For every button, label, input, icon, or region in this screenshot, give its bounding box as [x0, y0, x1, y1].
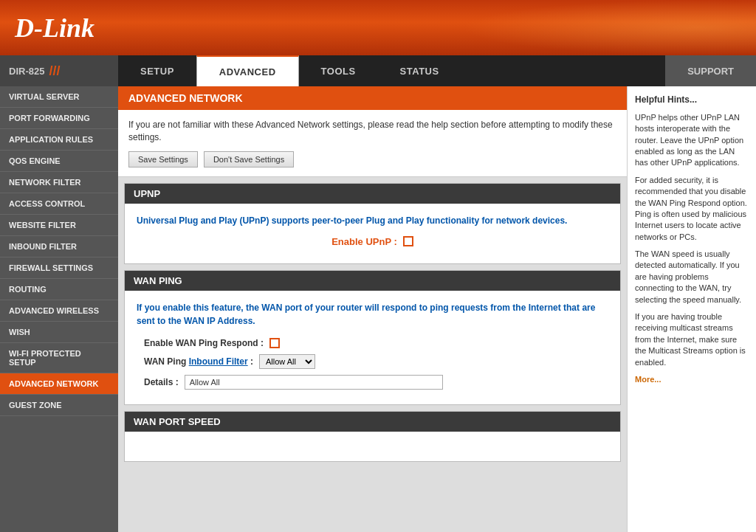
tab-status[interactable]: STATUS — [378, 55, 461, 86]
details-label: Details : — [144, 377, 179, 387]
sidebar-item-application-rules[interactable]: APPLICATION RULES — [0, 129, 118, 151]
upnp-description: Universal Plug and Play (UPnP) supports … — [137, 214, 608, 227]
wan-ping-inbound-label: WAN Ping Inbound Filter : — [144, 356, 253, 367]
tab-setup[interactable]: SETUP — [118, 55, 196, 86]
hints-p3: The WAN speed is usually detected automa… — [635, 249, 749, 305]
upnp-enable-row: Enable UPnP : — [137, 236, 608, 247]
sidebar-item-guest-zone[interactable]: GUEST ZONE — [0, 395, 118, 416]
tab-advanced[interactable]: ADVANCED — [196, 55, 299, 86]
sidebar-item-network-filter[interactable]: NETWORK FILTER — [0, 172, 118, 193]
nav-tabs: SETUP ADVANCED TOOLS STATUS — [118, 55, 665, 86]
model-label: DIR-825 /// — [0, 55, 118, 86]
hints-more-link[interactable]: More... — [635, 375, 661, 384]
wan-ping-card: WAN PING If you enable this feature, the… — [124, 270, 621, 405]
header: D-Link — [0, 0, 756, 55]
hints-p1: UPnP helps other UPnP LAN hosts interope… — [635, 112, 749, 169]
hints-p2: For added security, it is recommended th… — [635, 175, 749, 243]
sidebar-item-routing[interactable]: ROUTING — [0, 279, 118, 300]
info-box: If you are not familiar with these Advan… — [118, 110, 627, 177]
model-text: DIR-825 — [9, 66, 44, 77]
wan-ping-body: If you enable this feature, the WAN port… — [125, 291, 620, 404]
sidebar-item-advanced-network[interactable]: ADVANCED NETWORK — [0, 373, 118, 395]
inbound-filter-select[interactable]: Allow All Allow AM — [259, 354, 315, 369]
sidebar-item-wifi-protected-setup[interactable]: WI-FI PROTECTED SETUP — [0, 343, 118, 373]
sidebar-item-firewall-settings[interactable]: FIREWALL SETTINGS — [0, 258, 118, 279]
sidebar-item-inbound-filter[interactable]: INBOUND FILTER — [0, 236, 118, 258]
upnp-header: UPNP — [125, 184, 620, 204]
wan-ping-text: WAN Ping — [144, 356, 186, 367]
sidebar-item-qos-engine[interactable]: QOS ENGINE — [0, 151, 118, 172]
page-title: ADVANCED NETWORK — [128, 92, 243, 104]
sidebar-item-virtual-server[interactable]: VIRTUAL SERVER — [0, 86, 118, 108]
hints-title: Helpful Hints... — [635, 94, 749, 106]
sidebar-item-website-filter[interactable]: WEBSITE FILTER — [0, 215, 118, 236]
save-settings-button[interactable]: Save Settings — [128, 151, 198, 167]
info-text: If you are not familiar with these Advan… — [128, 119, 616, 144]
upnp-card: UPNP Universal Plug and Play (UPnP) supp… — [124, 183, 621, 264]
navbar: DIR-825 /// SETUP ADVANCED TOOLS STATUS … — [0, 55, 756, 86]
inbound-filter-link[interactable]: Inbound Filter — [189, 356, 248, 367]
support-tab[interactable]: SUPPORT — [665, 55, 756, 86]
sidebar-item-port-forwarding[interactable]: PORT FORWARDING — [0, 108, 118, 129]
wan-port-speed-header: WAN PORT SPEED — [125, 412, 620, 432]
upnp-enable-label: Enable UPnP : — [331, 236, 397, 247]
sidebar: VIRTUAL SERVER PORT FORWARDING APPLICATI… — [0, 86, 118, 532]
hints-p4: If you are having trouble receiving mult… — [635, 311, 749, 368]
inbound-filter-colon: : — [250, 356, 253, 367]
logo: D-Link — [15, 13, 94, 44]
hints-panel: Helpful Hints... UPnP helps other UPnP L… — [627, 86, 756, 532]
details-value: Allow All — [185, 375, 443, 390]
enable-wan-ping-checkbox[interactable] — [269, 338, 280, 348]
button-row: Save Settings Don't Save Settings — [128, 151, 616, 167]
sidebar-item-wish[interactable]: WISH — [0, 322, 118, 343]
inbound-filter-row: WAN Ping Inbound Filter : Allow All Allo… — [137, 354, 608, 369]
enable-wan-ping-row: Enable WAN Ping Respond : — [137, 338, 608, 348]
upnp-enable-checkbox[interactable] — [403, 236, 413, 246]
tab-tools[interactable]: TOOLS — [299, 55, 378, 86]
content-area: ADVANCED NETWORK If you are not familiar… — [118, 86, 627, 532]
main-layout: VIRTUAL SERVER PORT FORWARDING APPLICATI… — [0, 86, 756, 532]
model-slashes: /// — [49, 63, 60, 79]
wan-port-speed-body — [125, 432, 620, 461]
wan-ping-description: If you enable this feature, the WAN port… — [137, 301, 608, 328]
sidebar-item-advanced-wireless[interactable]: ADVANCED WIRELESS — [0, 300, 118, 322]
details-row: Details : Allow All — [137, 375, 608, 390]
dont-save-settings-button[interactable]: Don't Save Settings — [204, 151, 294, 167]
enable-wan-ping-label: Enable WAN Ping Respond : — [144, 338, 264, 348]
wan-port-speed-card: WAN PORT SPEED — [124, 411, 621, 462]
wan-ping-header: WAN PING — [125, 271, 620, 291]
page-section-header: ADVANCED NETWORK — [118, 86, 627, 110]
upnp-body: Universal Plug and Play (UPnP) supports … — [125, 204, 620, 263]
sidebar-item-access-control[interactable]: ACCESS CONTROL — [0, 193, 118, 215]
